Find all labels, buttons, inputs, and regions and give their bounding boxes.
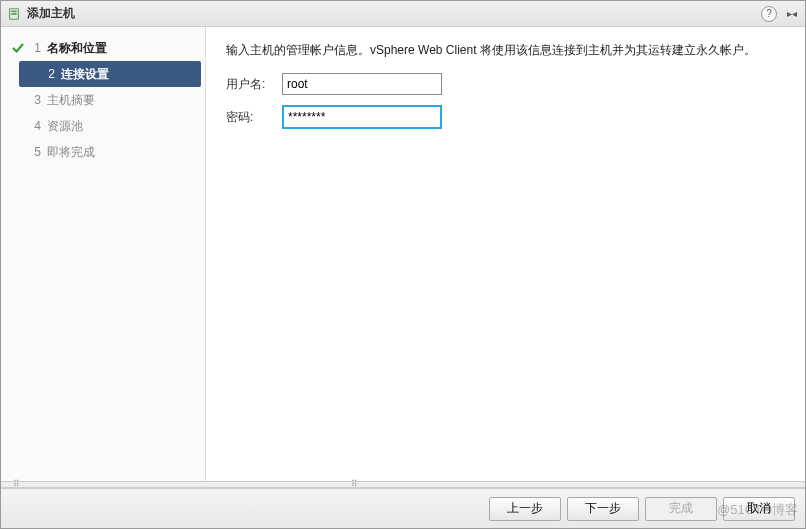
svg-rect-2 (11, 13, 16, 15)
username-label: 用户名: (226, 76, 282, 93)
password-input[interactable] (282, 105, 442, 129)
back-button[interactable]: 上一步 (489, 497, 561, 521)
step-label: 资源池 (47, 118, 83, 135)
step-host-summary: 3 主机摘要 (1, 87, 205, 113)
titlebar-controls: ? ▸◂ (761, 6, 799, 22)
wizard-steps-sidebar: 1 名称和位置 2 连接设置 3 主机摘要 4 资源池 5 即将 (1, 27, 206, 481)
titlebar: 添加主机 ? ▸◂ (1, 1, 805, 27)
add-host-wizard: 添加主机 ? ▸◂ 1 名称和位置 2 连接设置 3 主 (0, 0, 806, 529)
instruction-text: 输入主机的管理帐户信息。vSphere Web Client 将使用该信息连接到… (226, 41, 785, 59)
collapse-icon[interactable]: ▸◂ (785, 8, 799, 19)
wizard-content: 输入主机的管理帐户信息。vSphere Web Client 将使用该信息连接到… (206, 27, 805, 481)
host-icon (7, 7, 21, 21)
dialog-title: 添加主机 (27, 5, 75, 22)
svg-rect-1 (11, 10, 16, 12)
step-number: 5 (31, 145, 41, 159)
step-label: 即将完成 (47, 144, 95, 161)
username-row: 用户名: (226, 73, 785, 95)
step-number: 4 (31, 119, 41, 133)
next-button[interactable]: 下一步 (567, 497, 639, 521)
username-input[interactable] (282, 73, 442, 95)
finish-button: 完成 (645, 497, 717, 521)
dialog-footer: 上一步 下一步 完成 取消 (1, 488, 805, 528)
step-number: 2 (45, 67, 55, 81)
password-row: 密码: (226, 105, 785, 129)
cancel-button[interactable]: 取消 (723, 497, 795, 521)
help-icon[interactable]: ? (761, 6, 777, 22)
dialog-body: 1 名称和位置 2 连接设置 3 主机摘要 4 资源池 5 即将 (1, 27, 805, 481)
step-name-location[interactable]: 1 名称和位置 (1, 35, 205, 61)
step-number: 1 (31, 41, 41, 55)
step-label: 名称和位置 (47, 40, 107, 57)
check-icon (11, 42, 25, 54)
horizontal-splitter[interactable] (1, 481, 805, 488)
step-resource-pool: 4 资源池 (1, 113, 205, 139)
titlebar-left: 添加主机 (7, 5, 75, 22)
step-number: 3 (31, 93, 41, 107)
password-label: 密码: (226, 109, 282, 126)
step-ready-complete: 5 即将完成 (1, 139, 205, 165)
step-label: 主机摘要 (47, 92, 95, 109)
step-connection-settings[interactable]: 2 连接设置 (19, 61, 201, 87)
step-label: 连接设置 (61, 66, 109, 83)
